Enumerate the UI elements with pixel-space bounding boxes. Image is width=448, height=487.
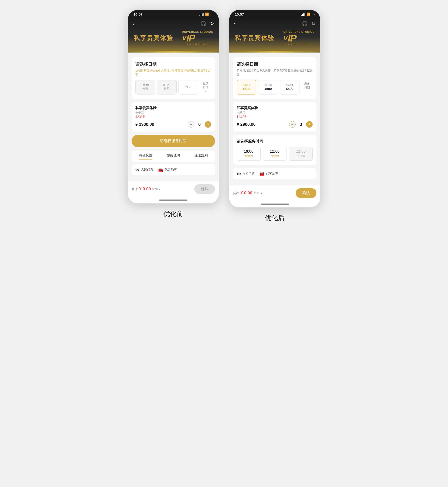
after-date-0920[interactable]: 09-20 ¥500 xyxy=(258,80,278,94)
after-gold-bar xyxy=(229,51,320,53)
before-ticket-price-row: ¥ 2900.00 − 0 + xyxy=(135,121,211,128)
before-valet-icon: 🚘 xyxy=(158,167,163,172)
before-date-0921-day: 09-21 xyxy=(185,86,192,89)
before-status-bar: 10:57 📶 ▭ xyxy=(128,10,219,18)
before-signal-icon xyxy=(200,13,204,16)
before-date-0919[interactable]: 09-19 售罄 xyxy=(135,80,155,94)
after-ticket-price: ¥ 2900.00 xyxy=(237,122,256,127)
after-wifi-icon: 📶 xyxy=(306,13,310,16)
after-battery-icon: ▭ xyxy=(312,13,314,16)
before-vip-ip: IP xyxy=(186,33,195,43)
before-tab-usage[interactable]: 使用说明 xyxy=(167,151,180,159)
after-confirm-btn[interactable]: 确认 xyxy=(296,188,316,198)
after-date-0920-day: 09-20 xyxy=(264,84,272,87)
after-date-more[interactable]: 更多 日期 › xyxy=(301,80,313,94)
before-back-button[interactable]: ‹ xyxy=(133,21,134,27)
after-time-row: 10:00 可预约 11:00 可预约 12:00 已约满 xyxy=(237,147,313,161)
before-time: 10:57 xyxy=(134,12,142,16)
after-time-12-value: 12:00 xyxy=(291,149,310,154)
before-home-indicator xyxy=(128,197,219,203)
after-ticket-type: 电子票 xyxy=(237,111,313,115)
before-ticket-price: ¥ 2900.00 xyxy=(135,122,154,127)
before-date-0919-status: 售罄 xyxy=(142,87,148,91)
after-back-button[interactable]: ‹ xyxy=(234,21,236,27)
after-qty-minus[interactable]: − xyxy=(289,121,296,128)
after-date-title: 请选择日期 xyxy=(237,62,313,67)
before-home-bar xyxy=(159,200,187,201)
after-ticket-min: 3人起售 xyxy=(237,115,313,119)
before-qty-minus[interactable]: − xyxy=(188,121,194,128)
after-main-content: 请选择日期 价格日历显示价位单人价格，私享贵宾体验需最少包含3名游客 09-19… xyxy=(229,53,320,185)
before-date-0921[interactable]: 09-21 xyxy=(178,80,198,94)
after-footer: 合计 ¥ 0.00 明细 ▲ 确认 xyxy=(229,185,320,201)
after-date-0919-price: ¥500 xyxy=(243,87,250,91)
after-benefit-ticket: 🎟 入园门票 xyxy=(237,171,255,176)
before-ticket-section: 私享贵宾体验 电子票 3人起售 ¥ 2900.00 − 0 + xyxy=(132,102,215,132)
after-date-0921[interactable]: 09-21 ¥500 xyxy=(280,80,299,94)
after-ticket-section: 私享贵宾体验 电子票 3人起售 ¥ 2900.00 − 3 + xyxy=(233,102,316,132)
after-footer-price: ¥ 0.00 xyxy=(240,191,252,196)
before-gold-bar xyxy=(128,51,219,53)
after-date-0919[interactable]: 09-19 ¥500 xyxy=(237,80,256,94)
after-benefit-ticket-label: 入园门票 xyxy=(242,172,255,176)
after-date-0921-price: ¥500 xyxy=(286,87,293,91)
after-share-icon[interactable]: ↻ xyxy=(312,21,315,26)
after-time-slot-12: 12:00 已约满 xyxy=(289,147,313,161)
after-header-icons: 🎧 ↻ xyxy=(302,21,315,26)
before-header-bg: ‹ 🎧 ↻ 私享贵宾体验 UNIVERSAL STUDIOS V IP xyxy=(128,18,219,51)
after-benefit-valet-label: 代客泊车 xyxy=(266,172,278,176)
after-time: 10:57 xyxy=(235,12,244,16)
before-footer-total: 合计 ¥ 0.00 明细 ▲ xyxy=(132,187,161,192)
before-time-select-btn[interactable]: 请选择服务时间 xyxy=(132,135,215,147)
before-status-right: 📶 ▭ xyxy=(200,13,213,16)
after-vip-logo: UNIVERSAL STUDIOS V IP E X P E R I E N C… xyxy=(283,30,314,46)
before-tab-usage-label: 使用说明 xyxy=(167,153,180,157)
after-home-indicator xyxy=(229,201,320,207)
before-label: 优化前 xyxy=(163,209,183,218)
before-vip-exp: E X P E R I E N C E xyxy=(182,43,213,46)
before-confirm-btn[interactable]: 确认 xyxy=(194,184,215,194)
after-ticket-icon: 🎟 xyxy=(237,171,241,176)
after-headset-icon[interactable]: 🎧 xyxy=(302,21,308,26)
after-valet-icon: 🚘 xyxy=(259,171,264,176)
before-header-content: 私享贵宾体验 UNIVERSAL STUDIOS V IP E X P E R … xyxy=(133,30,214,46)
after-footer-detail[interactable]: 明细 ▲ xyxy=(254,191,263,195)
before-ticket-min: 3人起售 xyxy=(135,115,211,119)
before-date-0920-day: 09-20 xyxy=(163,83,170,87)
after-time-slot-11[interactable]: 11:00 可预约 xyxy=(263,147,287,161)
after-time-12-status: 已约满 xyxy=(297,154,305,158)
after-header-content: 私享贵宾体验 UNIVERSAL STUDIOS V IP E X P E R … xyxy=(234,30,315,46)
before-date-more[interactable]: 更多 日期 › xyxy=(200,80,211,94)
before-ticket-icon: 🎟 xyxy=(135,167,140,172)
before-header-nav: ‹ 🎧 ↻ xyxy=(133,21,214,27)
before-benefit-valet-label: 代客泊车 xyxy=(165,167,177,172)
before-tab-policy[interactable]: 退改规则 xyxy=(194,151,208,159)
before-footer-price: ¥ 0.00 xyxy=(139,187,151,192)
before-tab-policy-label: 退改规则 xyxy=(194,153,208,157)
after-date-0921-day: 09-21 xyxy=(286,84,293,87)
after-status-right: 📶 ▭ xyxy=(301,13,314,16)
before-footer-detail[interactable]: 明细 ▲ xyxy=(152,187,161,191)
after-header-nav: ‹ 🎧 ↻ xyxy=(234,21,315,27)
after-time-10-value: 10:00 xyxy=(239,149,258,154)
after-home-bar xyxy=(261,204,289,204)
before-total-label: 合计 xyxy=(132,187,138,191)
before-date-section: 请选择日期 价格日历显示价位单人价格，私享贵宾体验需最少包含3名游客 09-19… xyxy=(132,57,215,99)
before-date-0920[interactable]: 09-20 售罄 xyxy=(157,80,176,94)
after-phone: 10:57 📶 ▭ ‹ 🎧 xyxy=(229,9,321,208)
before-date-0920-status: 售罄 xyxy=(164,87,170,91)
before-tab-benefits[interactable]: 特色权益 xyxy=(139,151,152,159)
before-headset-icon[interactable]: 🎧 xyxy=(200,21,206,26)
before-benefits-row: 🎟 入园门票 🚘 代客泊车 xyxy=(132,164,215,175)
before-benefit-ticket-label: 入园门票 xyxy=(141,167,153,172)
after-qty-plus[interactable]: + xyxy=(306,121,313,128)
after-vip-ip: IP xyxy=(288,33,296,43)
after-time-slot-10[interactable]: 10:00 可预约 xyxy=(237,147,261,161)
after-vip-v: V xyxy=(283,35,288,41)
before-detail-arrow: ▲ xyxy=(159,188,161,191)
before-qty-plus[interactable]: + xyxy=(205,121,211,128)
before-vip-logo: UNIVERSAL STUDIOS V IP E X P E R I E N C… xyxy=(182,30,213,46)
before-share-icon[interactable]: ↻ xyxy=(210,21,214,26)
after-time-section: 请选择服务时间 10:00 可预约 11:00 可预约 12:00 已约满 xyxy=(233,135,316,165)
after-header-bg: ‹ 🎧 ↻ 私享贵宾体验 UNIVERSAL STUDIOS V IP xyxy=(229,18,320,51)
